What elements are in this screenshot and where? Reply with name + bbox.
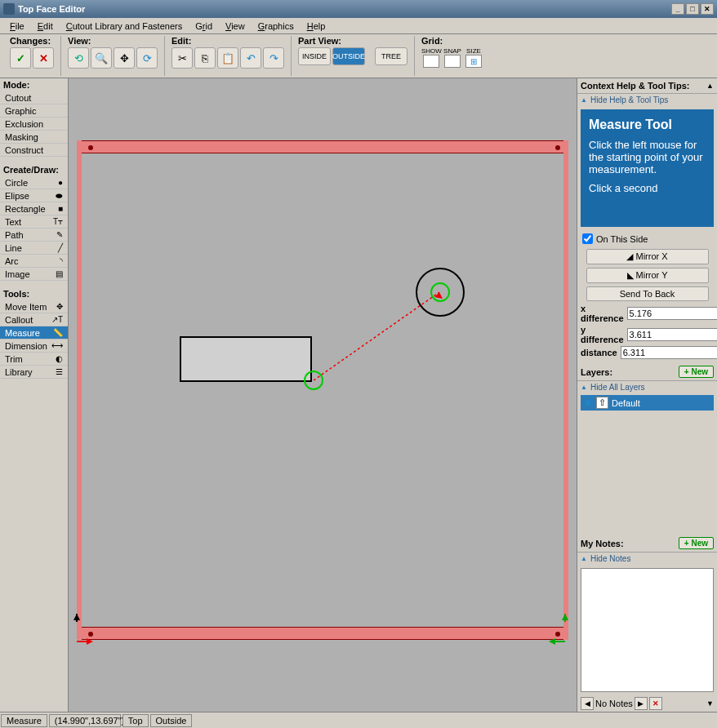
grid-snap-toggle[interactable] <box>444 55 461 68</box>
ydiff-input[interactable] <box>627 328 717 341</box>
on-this-side-check[interactable]: On This Side <box>577 230 717 247</box>
mode-masking[interactable]: Masking <box>0 131 68 144</box>
xdiff-label: x difference <box>581 304 624 323</box>
menu-help[interactable]: Help <box>301 20 332 33</box>
xdiff-input[interactable] <box>627 307 717 320</box>
face-edge-right <box>563 140 568 640</box>
grid-show-toggle[interactable] <box>423 55 439 68</box>
layer-lock-icon[interactable]: ⇧ <box>596 397 608 409</box>
menu-graphics[interactable]: Graphics <box>252 20 301 33</box>
notes-title: My Notes: <box>581 539 624 548</box>
minimize-button[interactable]: _ <box>671 3 684 15</box>
create-elipse[interactable]: Elipse⬬ <box>0 189 68 202</box>
right-panel: Context Help & Tool Tips: ▲ Hide Help & … <box>577 78 717 712</box>
grid-show-label: SHOW <box>421 47 441 55</box>
maximize-button[interactable]: □ <box>686 3 699 15</box>
grid-size-label: SIZE <box>464 47 483 55</box>
scroll-down-icon[interactable]: ▼ <box>706 699 714 708</box>
outside-button[interactable]: OUTSIDE <box>332 47 365 65</box>
hide-notes-button[interactable]: Hide Notes <box>577 553 717 565</box>
tool-library[interactable]: Library☰ <box>0 366 68 379</box>
hide-layers-button[interactable]: Hide All Layers <box>577 381 717 393</box>
menu-view[interactable]: View <box>219 20 252 33</box>
create-line[interactable]: Line╱ <box>0 242 68 255</box>
dist-label: distance <box>581 348 617 357</box>
face-edge-top <box>77 140 568 153</box>
paste-button[interactable]: 📋 <box>217 47 238 69</box>
mirror-y-button[interactable]: ◣ Mirror Y <box>586 268 709 283</box>
statusbar: Measure (14.990",13.697") Top Outside <box>0 712 717 728</box>
undo-button[interactable]: ↶ <box>240 47 261 69</box>
help-box: Measure Tool Click the left mouse for th… <box>581 109 714 227</box>
create-arc[interactable]: Arc◝ <box>0 255 68 268</box>
mode-exclusion[interactable]: Exclusion <box>0 118 68 131</box>
layers-title: Layers: <box>581 367 612 377</box>
tools-title: Tools: <box>0 287 68 300</box>
refresh-button[interactable]: ⟳ <box>136 47 158 69</box>
copy-button[interactable]: ⎘ <box>194 47 216 69</box>
circle-icon: ● <box>58 178 63 187</box>
edit-label: Edit: <box>171 36 284 46</box>
path-icon: ✎ <box>56 230 63 239</box>
inside-button[interactable]: INSIDE <box>298 47 331 65</box>
menu-cutout[interactable]: Cutout Library and Fasteners <box>60 20 189 33</box>
create-text[interactable]: TextTᴛ <box>0 215 68 229</box>
handle[interactable] <box>88 145 93 150</box>
accept-button[interactable]: ✓ <box>10 47 31 69</box>
create-circle[interactable]: Circle● <box>0 176 68 189</box>
help-body-2: Click a second <box>589 182 706 194</box>
send-to-back-button[interactable]: Send To Back <box>586 286 709 301</box>
menu-file[interactable]: FFileile <box>3 20 31 33</box>
canvas[interactable] <box>69 78 577 712</box>
menu-edit[interactable]: Edit <box>31 20 60 33</box>
layer-default[interactable]: 👁 ⇧ Default <box>581 395 714 411</box>
mode-cutout[interactable]: Cutout <box>0 91 68 104</box>
tool-dimension[interactable]: Dimension⟷ <box>0 340 68 353</box>
status-face: Top <box>122 714 149 727</box>
trim-icon: ◐ <box>56 354 63 363</box>
create-rectangle[interactable]: Rectangle■ <box>0 202 68 215</box>
redo-button[interactable]: ↷ <box>263 47 284 69</box>
move-icon: ✥ <box>56 302 63 311</box>
measure-start-point[interactable] <box>304 371 323 390</box>
layer-visible-icon[interactable]: 👁 <box>584 398 593 408</box>
notes-next-button[interactable]: ▶ <box>635 697 648 710</box>
text-icon: Tᴛ <box>53 217 63 226</box>
mirror-x-button[interactable]: ◢ Mirror X <box>586 249 709 264</box>
pan-button[interactable]: ✥ <box>114 47 135 69</box>
on-this-side-checkbox[interactable] <box>582 233 593 244</box>
tree-button[interactable]: TREE <box>375 47 407 65</box>
reject-button[interactable]: ✕ <box>33 47 54 69</box>
rectangle-shape[interactable] <box>180 336 312 382</box>
grid-size-button[interactable]: ⊞ <box>465 55 482 68</box>
handle[interactable] <box>555 145 560 150</box>
notes-textarea[interactable] <box>581 568 714 692</box>
close-button[interactable]: ✕ <box>701 3 714 15</box>
create-path[interactable]: Path✎ <box>0 229 68 242</box>
scroll-up-icon[interactable]: ▲ <box>706 82 714 90</box>
mode-construct[interactable]: Construct <box>0 144 68 157</box>
cut-button[interactable]: ✂ <box>171 47 193 69</box>
notes-delete-button[interactable]: ✕ <box>649 697 662 710</box>
mode-graphic[interactable]: Graphic <box>0 104 68 118</box>
create-image[interactable]: Image▤ <box>0 268 68 281</box>
zoom-fit-button[interactable]: ⟲ <box>68 47 89 69</box>
hide-help-button[interactable]: Hide Help & Tool Tips <box>577 94 717 106</box>
notes-prev-button[interactable]: ◀ <box>581 697 594 710</box>
tool-callout[interactable]: Callout↗T <box>0 313 68 326</box>
ellipse-icon: ⬬ <box>56 191 63 201</box>
view-label: View: <box>68 36 158 46</box>
notes-new-button[interactable]: + New <box>679 537 714 549</box>
status-tool: Measure <box>1 714 47 727</box>
tool-trim[interactable]: Trim◐ <box>0 353 68 366</box>
status-side: Outside <box>150 714 193 727</box>
measure-end-point[interactable] <box>430 282 450 302</box>
menu-grid[interactable]: Grid <box>189 20 219 33</box>
tool-moveitem[interactable]: Move Item✥ <box>0 300 68 313</box>
face-edge-left <box>77 140 82 640</box>
zoom-in-button[interactable]: 🔍 <box>91 47 112 69</box>
dist-input[interactable] <box>621 346 717 359</box>
image-icon: ▤ <box>56 269 63 278</box>
layers-new-button[interactable]: + New <box>679 366 714 378</box>
tool-measure[interactable]: Measure📏 <box>0 326 68 340</box>
